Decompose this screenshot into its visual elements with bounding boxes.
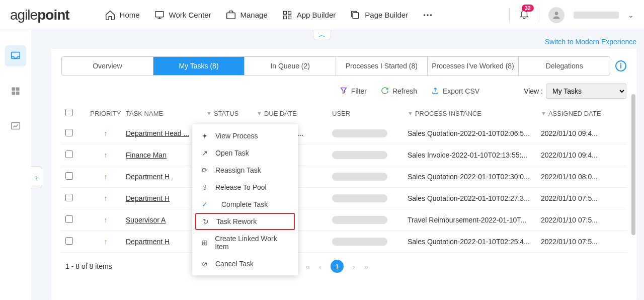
assigned-cell: 2022/01/10 08:0... <box>541 173 619 181</box>
sidebar-inbox[interactable] <box>5 45 26 66</box>
copy-icon <box>350 10 361 21</box>
svg-rect-6 <box>353 13 359 19</box>
nav-page-builder[interactable]: Page Builder <box>350 10 408 21</box>
process-cell: Sales Quotation-2022-01-10T02:30:0... <box>408 173 541 181</box>
svg-rect-15 <box>16 92 20 95</box>
task-name-link[interactable]: Department H <box>126 173 170 181</box>
assigned-cell: 2022/01/10 09:4... <box>541 129 619 137</box>
priority-up-icon: ↑ <box>104 194 108 202</box>
notifications-button[interactable]: 32 <box>519 9 530 21</box>
col-process[interactable]: ▼PROCESS INSTANCE <box>408 110 541 117</box>
pager-next[interactable]: › <box>353 262 355 271</box>
priority-up-icon: ↑ <box>104 129 108 137</box>
tab-delegations[interactable]: Delegations <box>519 57 610 75</box>
row-checkbox[interactable] <box>65 215 73 223</box>
process-cell: Sales Quotation-2022-01-10T02:06:5... <box>408 129 541 137</box>
task-name-link[interactable]: Finance Man <box>126 151 167 159</box>
refresh-button[interactable]: Refresh <box>381 87 417 96</box>
task-name-link[interactable]: Department H <box>126 238 170 246</box>
table-row[interactable]: ↑ Department Head ... Assigned 2022/01/1… <box>61 123 626 144</box>
row-checkbox[interactable] <box>65 194 73 201</box>
pager-first[interactable]: « <box>305 262 309 271</box>
select-all-checkbox[interactable] <box>65 109 73 116</box>
pager-page-1[interactable]: 1 <box>331 260 344 273</box>
priority-up-icon: ↑ <box>104 238 108 246</box>
release-icon: ⇪ <box>200 183 209 191</box>
filter-button[interactable]: Filter <box>340 87 367 96</box>
tab-overview[interactable]: Overview <box>62 57 153 75</box>
col-assigned[interactable]: ▼ASSIGNED DATE <box>541 110 619 117</box>
task-name-link[interactable]: Department H <box>126 194 170 202</box>
process-cell: Travel Reimbursement-2022-01-10T... <box>408 216 541 224</box>
dots-icon <box>422 10 433 21</box>
svg-point-9 <box>430 14 432 16</box>
switch-experience-link[interactable]: Switch to Modern Experience <box>51 38 636 46</box>
sidebar-apps[interactable] <box>5 81 26 102</box>
svg-rect-1 <box>226 13 235 19</box>
grid-icon <box>282 10 293 21</box>
process-cell: Sales Quotation-2022-01-10T02:25:4... <box>408 238 541 246</box>
svg-rect-16 <box>12 123 20 129</box>
user-cell <box>332 173 387 181</box>
task-name-link[interactable]: Supervisor A <box>126 216 166 224</box>
expand-sidebar-button[interactable]: › <box>31 166 42 188</box>
process-cell: Sales Quotation-2022-01-10T02:27:3... <box>408 194 541 202</box>
svg-rect-13 <box>16 88 20 91</box>
tab-in-queue[interactable]: In Queue (2) <box>245 57 336 75</box>
ctx-complete-task[interactable]: ✓Complete Task <box>192 196 298 213</box>
nav-manage[interactable]: Manage <box>225 10 268 21</box>
info-button[interactable]: i <box>615 60 626 71</box>
nav-app-builder[interactable]: App Builder <box>282 10 336 21</box>
pager-prev[interactable]: ‹ <box>319 262 321 271</box>
assigned-cell: 2022/01/10 07:5... <box>541 194 619 202</box>
col-task-name[interactable]: TASK NAME <box>126 110 206 117</box>
ctx-open-task[interactable]: ↗Open Task <box>192 144 298 162</box>
table-row[interactable]: ↑ Department H 1/11 0... Sales Quotation… <box>61 166 626 188</box>
row-checkbox[interactable] <box>65 172 73 180</box>
table-row[interactable]: ↑ Supervisor A 1/11 0... Travel Reimburs… <box>61 209 626 231</box>
nav-work-center[interactable]: Work Center <box>154 10 211 21</box>
user-avatar[interactable] <box>548 7 565 23</box>
sidebar-analytics[interactable] <box>5 116 26 137</box>
col-user[interactable]: USER <box>332 110 408 117</box>
nav-home[interactable]: Home <box>105 10 140 21</box>
ctx-reassign-task[interactable]: ⟳Reassign Task <box>192 162 298 179</box>
ctx-create-linked[interactable]: ⊞Create Linked Work Item <box>192 230 298 255</box>
task-name-link[interactable]: Department Head ... <box>126 129 189 137</box>
ctx-cancel-task[interactable]: ⊘Cancel Task <box>192 255 298 272</box>
collapse-header-button[interactable]: ︿ <box>313 30 331 40</box>
table-row[interactable]: ↑ Department H 1/11 0... Sales Quotation… <box>61 188 626 209</box>
col-due-date[interactable]: ▼DUE DATE <box>257 110 332 117</box>
ctx-task-rework[interactable]: ↻Task Rework <box>195 213 295 230</box>
open-icon: ↗ <box>200 149 209 157</box>
view-select[interactable]: My Tasks <box>546 84 626 99</box>
tab-processes-started[interactable]: Processes I Started (8) <box>336 57 428 75</box>
username <box>574 12 619 19</box>
user-cell <box>332 151 387 159</box>
scrollbar[interactable] <box>631 94 635 235</box>
row-checkbox[interactable] <box>65 151 73 158</box>
row-checkbox[interactable] <box>65 129 73 136</box>
table-row[interactable]: ↑ Department H 1/11 0... Sales Quotation… <box>61 231 626 253</box>
table-row[interactable]: ↑ Finance Man 1/11 0... Sales Invoice-20… <box>61 144 626 166</box>
tab-processes-worked[interactable]: Processes I've Worked (8) <box>428 57 519 75</box>
svg-point-8 <box>427 14 429 16</box>
svg-rect-12 <box>12 88 16 91</box>
export-csv-button[interactable]: Export CSV <box>431 87 479 96</box>
col-status[interactable]: ▼STATUS <box>206 110 257 117</box>
upload-icon <box>431 87 439 96</box>
user-menu-toggle[interactable]: ⌄ <box>628 11 634 19</box>
tab-my-tasks[interactable]: My Tasks (8) <box>153 57 245 75</box>
nav-more[interactable] <box>422 10 433 21</box>
pager-last[interactable]: » <box>364 262 368 271</box>
home-icon <box>105 10 116 21</box>
reassign-icon: ⟳ <box>200 166 209 174</box>
row-checkbox[interactable] <box>65 237 73 245</box>
ctx-release-to-pool[interactable]: ⇪Release To Pool <box>192 179 298 196</box>
ctx-view-process[interactable]: ✦View Process <box>192 127 298 144</box>
filter-icon: ▼ <box>257 110 262 116</box>
user-cell <box>332 129 387 137</box>
svg-rect-11 <box>12 52 20 59</box>
col-priority[interactable]: PRIORITY <box>86 110 126 117</box>
chevron-right-icon: › <box>35 173 38 181</box>
